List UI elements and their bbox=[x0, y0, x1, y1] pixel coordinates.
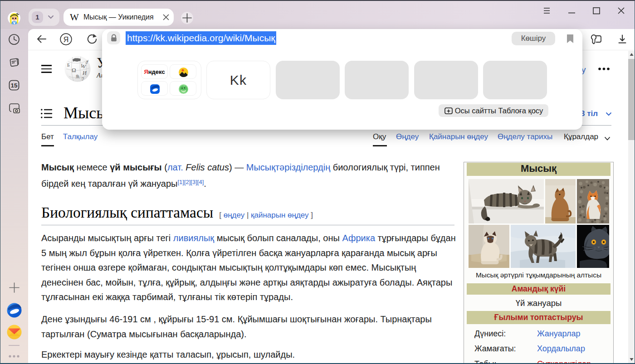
svg-text:Ω: Ω bbox=[72, 67, 76, 73]
svg-text:Я: Я bbox=[64, 36, 69, 44]
svg-text:И: И bbox=[82, 70, 87, 76]
svg-text:魚: 魚 bbox=[76, 74, 80, 79]
svg-text:7: 7 bbox=[82, 76, 84, 82]
svg-text:Б: Б bbox=[67, 63, 70, 68]
svg-text:15: 15 bbox=[10, 82, 18, 89]
